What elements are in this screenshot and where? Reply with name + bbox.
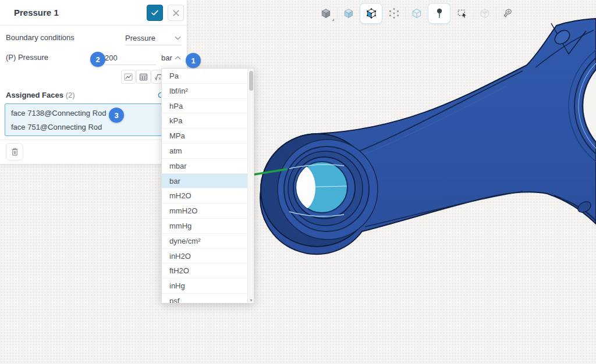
vertex-select-button[interactable] xyxy=(382,3,405,24)
transparent-cube-icon xyxy=(343,8,354,19)
box-select-button[interactable] xyxy=(450,3,473,24)
boundary-type-select[interactable]: Pressure xyxy=(125,31,181,45)
unit-option-list: Pa lbf/in² hPa kPa MPa atm mbar bar mH2O… xyxy=(162,69,247,304)
dropdown-corner-indicator xyxy=(332,19,334,21)
check-icon xyxy=(150,8,159,17)
panel-header: Pressure 1 xyxy=(0,0,187,26)
chevron-down-icon xyxy=(175,36,181,40)
unit-option-dynecm2[interactable]: dyne/cm² xyxy=(162,234,247,249)
boundary-conditions-label: Boundary conditions xyxy=(6,33,74,42)
confirm-button[interactable] xyxy=(147,5,163,21)
assembly-select-button[interactable] xyxy=(473,3,496,24)
value-input-mode-toolbar: x xyxy=(121,70,166,84)
pressure-value-input[interactable]: 200 xyxy=(105,51,156,65)
annotation-badge-2: 2 xyxy=(90,52,105,67)
page-title: Pressure 1 xyxy=(14,8,59,17)
pressure-label: (P) Pressure xyxy=(6,53,48,62)
pressure-value: 200 xyxy=(105,53,118,62)
assembly-select-icon xyxy=(479,8,491,19)
box-select-icon xyxy=(456,8,468,19)
assigned-faces-count: (2) xyxy=(66,91,75,99)
unit-option-inhg[interactable]: inHg xyxy=(162,279,247,294)
svg-text:x: x xyxy=(159,75,161,80)
boundary-condition-panel: Pressure 1 Boundary conditions Pressure … xyxy=(0,0,187,165)
edge-select-cube-icon xyxy=(411,8,423,19)
vertex-select-icon xyxy=(388,8,400,19)
scrollbar-thumb[interactable] xyxy=(249,71,253,91)
edge-select-cube-button[interactable] xyxy=(405,3,428,24)
probe-point-icon xyxy=(434,8,445,19)
assigned-faces-list: face 7138@Connecting Rod face 751@Connec… xyxy=(5,104,162,136)
unit-option-inh2o[interactable]: inH2O xyxy=(162,249,247,264)
unit-option-fth2o[interactable]: ftH2O xyxy=(162,263,247,279)
render-mode-cube-button[interactable] xyxy=(314,3,337,24)
probe-point-button[interactable] xyxy=(428,3,450,24)
pressure-unit-value: bar xyxy=(161,53,172,62)
cancel-button[interactable] xyxy=(168,5,184,21)
scrollbar-down-arrow[interactable]: ▼ xyxy=(249,298,254,302)
chevron-up-icon xyxy=(175,56,181,60)
face-select-cube-button[interactable] xyxy=(360,3,382,24)
delete-button[interactable] xyxy=(6,143,23,160)
annotation-badge-1: 1 xyxy=(186,53,201,68)
unit-option-kpa[interactable]: kPa xyxy=(162,113,247,129)
unit-dropdown: Pa lbf/in² hPa kPa MPa atm mbar bar mH2O… xyxy=(161,68,254,304)
assigned-faces-text: Assigned Faces xyxy=(6,91,63,99)
chart-icon xyxy=(124,73,133,81)
table-icon xyxy=(139,73,148,81)
unit-option-atm[interactable]: atm xyxy=(162,144,247,159)
assigned-faces-label: Assigned Faces (2) xyxy=(6,91,75,99)
unit-option-mbar[interactable]: mbar xyxy=(162,159,247,174)
transparent-cube-button[interactable] xyxy=(337,3,360,24)
trash-icon xyxy=(10,147,19,156)
unit-option-mmh2o[interactable]: mmH2O xyxy=(162,204,247,219)
boundary-type-value: Pressure xyxy=(125,34,155,42)
unit-option-mh2o[interactable]: mH2O xyxy=(162,188,247,204)
divider xyxy=(0,140,187,140)
face-select-cube-icon xyxy=(366,8,377,19)
pressure-unit-select[interactable]: bar xyxy=(161,53,181,62)
table-mode-button[interactable] xyxy=(136,70,151,84)
unit-option-psf[interactable]: psf xyxy=(162,294,247,304)
close-icon xyxy=(172,9,180,17)
unit-option-hpa[interactable]: hPa xyxy=(162,99,247,114)
list-item-face[interactable]: face 7138@Connecting Rod xyxy=(5,106,161,120)
viewport-toolbar xyxy=(314,2,519,24)
dropdown-scrollbar[interactable]: ▼ xyxy=(247,69,254,303)
measure-tape-icon xyxy=(502,8,513,19)
unit-option-mmhg[interactable]: mmHg xyxy=(162,219,247,234)
chart-mode-button[interactable] xyxy=(121,70,136,84)
unit-option-pa[interactable]: Pa xyxy=(162,69,247,84)
unit-option-lbfin2[interactable]: lbf/in² xyxy=(162,84,247,99)
unit-option-bar-selected[interactable]: bar xyxy=(162,174,247,189)
list-item-face[interactable]: face 751@Connecting Rod xyxy=(5,120,161,134)
connecting-rod-model[interactable] xyxy=(260,19,596,254)
measure-tape-button[interactable] xyxy=(496,3,519,24)
unit-option-mpa[interactable]: MPa xyxy=(162,129,247,144)
render-mode-cube-icon xyxy=(320,8,332,19)
annotation-badge-3: 3 xyxy=(109,108,124,123)
